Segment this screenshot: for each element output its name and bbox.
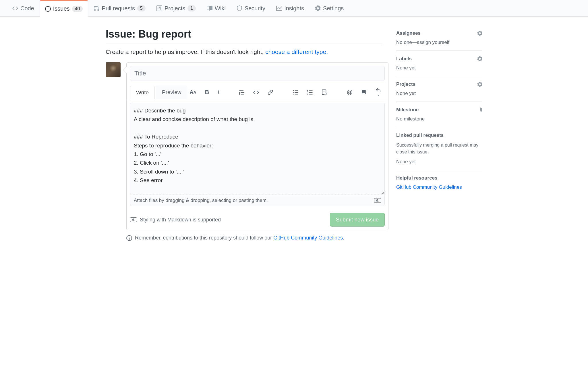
tab-projects[interactable]: Projects 1 [151, 0, 201, 16]
pulls-counter: 5 [137, 5, 146, 11]
gear-icon [315, 5, 321, 11]
preview-tab[interactable]: Preview [156, 85, 187, 99]
tab-insights-label: Insights [284, 5, 304, 12]
guidelines-link[interactable]: GitHub Community Guidelines [273, 235, 343, 241]
issue-opened-icon [45, 6, 51, 12]
graph-icon [276, 5, 282, 11]
helpful-link[interactable]: GitHub Community Guidelines [396, 184, 462, 190]
repo-tabnav: Code Issues 40 Pull requests 5 Projects … [0, 0, 588, 17]
task-list-button[interactable] [320, 88, 328, 96]
labels-body: None yet [396, 65, 482, 71]
quote-button[interactable] [238, 88, 246, 96]
tab-issues[interactable]: Issues 40 [40, 0, 88, 17]
tab-wiki-label: Wiki [215, 5, 226, 12]
markdown-toolbar: AA B i @ ▾ [189, 86, 385, 98]
book-icon [207, 5, 212, 11]
tab-security[interactable]: Security [231, 0, 271, 16]
tab-code[interactable]: Code [7, 0, 40, 16]
tab-security-label: Security [245, 5, 265, 12]
assignees-title: Assignees [396, 30, 421, 36]
saved-reply-button[interactable] [360, 89, 368, 96]
project-icon [156, 5, 162, 11]
tab-pulls-label: Pull requests [102, 5, 135, 12]
page-subtext: Create a report to help us improve. If t… [106, 48, 382, 55]
tab-insights[interactable]: Insights [271, 0, 310, 16]
markdown-icon: M↓ [374, 198, 381, 203]
italic-button[interactable]: i [216, 88, 220, 97]
unordered-list-button[interactable] [292, 88, 300, 96]
assignees-body[interactable]: No one—assign yourself [396, 40, 482, 45]
projects-title: Projects [396, 81, 415, 87]
tab-code-label: Code [20, 5, 34, 12]
projects-counter: 1 [187, 5, 196, 11]
code-button[interactable] [252, 88, 260, 96]
git-pull-request-icon [94, 5, 99, 11]
attach-bar[interactable]: Attach files by dragging & dropping, sel… [130, 195, 385, 206]
code-icon [12, 5, 18, 11]
markdown-icon: M↓ [130, 217, 137, 222]
linked-prs-title: Linked pull requests [396, 133, 444, 138]
linked-prs-note: Successfully merging a pull request may … [396, 142, 482, 155]
info-icon [126, 235, 132, 241]
markdown-hint[interactable]: M↓ Styling with Markdown is supported [130, 217, 221, 223]
bold-button[interactable]: B [204, 88, 210, 97]
gear-icon[interactable] [477, 56, 482, 61]
shield-icon [237, 5, 242, 11]
issues-counter: 40 [72, 6, 83, 12]
projects-body: None yet [396, 91, 482, 96]
reply-button[interactable]: ▾ [374, 86, 382, 98]
tab-issues-label: Issues [53, 5, 70, 12]
tab-settings-label: Settings [323, 5, 344, 12]
mention-button[interactable]: @ [346, 88, 354, 97]
helpful-title: Helpful resources [396, 175, 438, 181]
tab-projects-label: Projects [165, 5, 185, 12]
tab-pulls[interactable]: Pull requests 5 [88, 0, 151, 16]
linked-prs-body: None yet [396, 159, 482, 165]
ordered-list-button[interactable] [306, 88, 314, 96]
write-tab[interactable]: Write [130, 86, 155, 99]
avatar[interactable] [106, 62, 121, 77]
tab-wiki[interactable]: Wiki [201, 0, 231, 16]
link-button[interactable] [266, 88, 274, 96]
gear-icon[interactable] [477, 31, 482, 36]
submit-issue-button[interactable]: Submit new issue [330, 213, 385, 227]
choose-type-link[interactable]: choose a different type. [265, 48, 328, 55]
labels-title: Labels [396, 56, 412, 62]
milestone-title: Milestone [396, 107, 419, 113]
heading-button[interactable]: AA [189, 88, 198, 96]
contribution-note: Remember, contributions to this reposito… [126, 235, 382, 241]
milestone-body: No milestone [396, 116, 482, 122]
gear-icon[interactable] [477, 82, 482, 87]
comment-box: Write Preview AA B i [126, 62, 388, 230]
tab-settings[interactable]: Settings [310, 0, 349, 16]
issue-body-textarea[interactable] [130, 103, 385, 194]
editor-tabnav: Write Preview AA B i [127, 85, 388, 99]
page-title: Issue: Bug report [106, 28, 382, 44]
issue-title-input[interactable] [130, 66, 385, 81]
gear-icon[interactable] [477, 107, 482, 112]
